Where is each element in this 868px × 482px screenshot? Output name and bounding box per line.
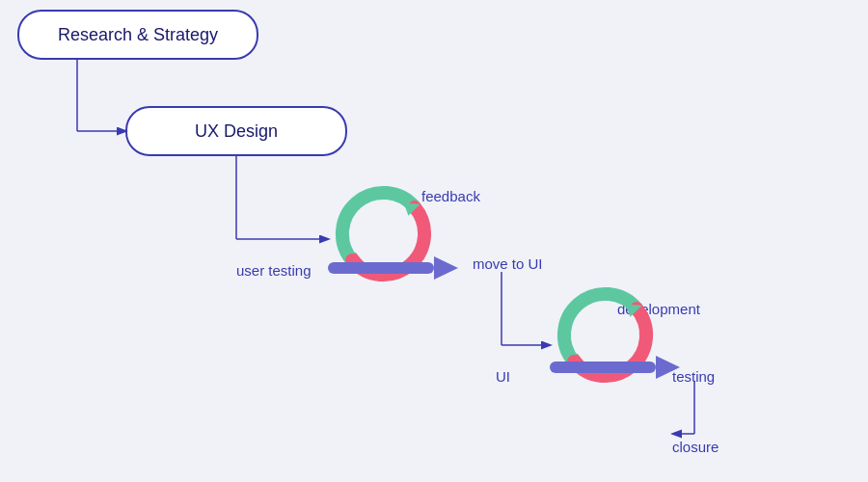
user-testing-label: user testing [236,262,312,279]
development-label: development [617,301,700,317]
svg-marker-4 [344,251,366,269]
svg-marker-7 [434,256,458,280]
diagram-svg [0,0,868,482]
move-to-ui-label: move to UI [473,255,543,272]
diagram: Research & Strategy UX Design feedback u… [0,0,868,482]
ui-label: UI [496,368,510,385]
svg-rect-6 [328,262,434,274]
testing-label: testing [672,368,715,385]
svg-rect-12 [550,362,656,373]
svg-marker-5 [402,201,420,218]
feedback-label: feedback [421,188,480,204]
closure-label: closure [672,439,719,455]
ux-design-box: UX Design [125,106,347,156]
svg-marker-10 [566,352,587,370]
research-strategy-box: Research & Strategy [17,10,258,60]
